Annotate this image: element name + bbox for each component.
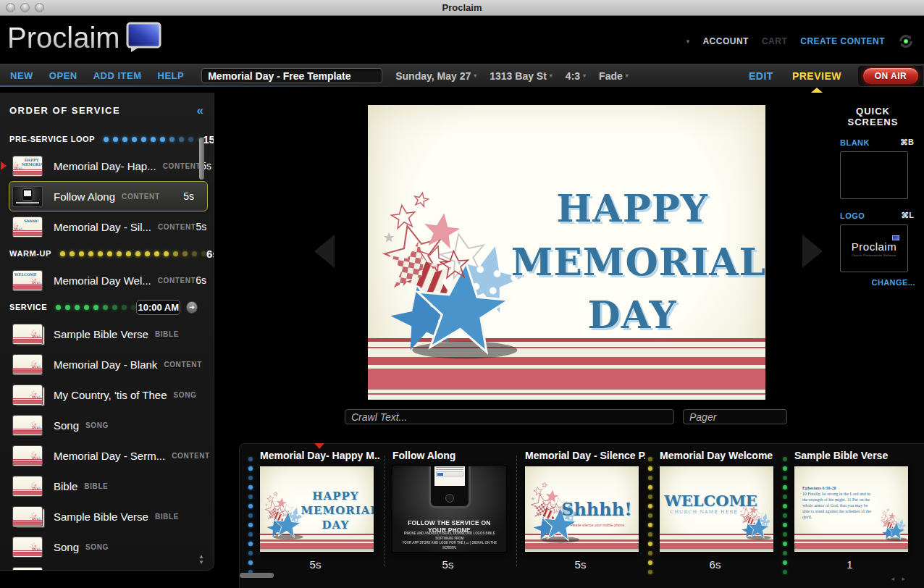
service-item-my-country[interactable]: My Country, 'tis of Thee SONG <box>9 379 208 410</box>
filmstrip-slide-memorial-day-welcome[interactable]: Memorial Day Welcome WELCOME CHURCH NAME… <box>658 448 780 588</box>
filmstrip-thumbnail[interactable]: FOLLOW THE SERVICE ON YOUR PHONE IPHONE … <box>392 466 506 552</box>
item-title: Memorial Day Wel... <box>54 274 151 287</box>
monitor-icon <box>125 21 164 53</box>
filmstrip-thumbnail[interactable]: WELCOME CHURCH NAME HERE <box>660 466 773 552</box>
filmstrip-next-icon[interactable]: ▸ <box>902 575 908 582</box>
filmstrip-nav-arrows[interactable]: ◂ ▸ <box>891 575 908 582</box>
service-item-memorial-day-sermon[interactable]: Memorial Day - Serm... CONTENT <box>9 440 208 471</box>
loop-progress-dots <box>60 251 206 256</box>
filmstrip-slide-duration: 5s <box>391 558 505 571</box>
item-type-badge: CONTENT <box>122 193 160 201</box>
collapse-panel-icon[interactable]: « <box>197 104 203 117</box>
filmstrip-separator <box>384 455 385 566</box>
change-logo-link[interactable]: CHANGE... <box>829 278 915 287</box>
slide-headline: Shhhh! <box>557 499 637 520</box>
aspect-ratio-dropdown[interactable]: 4:3 ▾ <box>566 70 586 82</box>
service-item-follow-along[interactable]: Follow Along CONTENT 5s <box>9 181 208 211</box>
filmstrip-slide-duration: 5s <box>524 558 637 571</box>
preview-tab-label: PREVIEW <box>792 70 841 82</box>
go-to-service-button[interactable]: ➜ <box>186 301 198 314</box>
live-item-marker-icon <box>1 161 7 170</box>
window-zoom-button[interactable] <box>35 3 44 12</box>
sidebar-scroll-steppers[interactable]: ▲ ▼ <box>198 554 204 566</box>
sync-status-icon[interactable] <box>898 33 914 49</box>
transition-dropdown[interactable]: Fade ▾ <box>599 70 629 82</box>
app-header: Proclaim ▾ ACCOUNT CART CREATE CONTENT <box>0 16 924 64</box>
venue-dropdown[interactable]: 1313 Bay St ▾ <box>490 70 553 82</box>
item-thumbnail <box>13 446 42 466</box>
thumb-text: Shhhh! <box>22 219 41 223</box>
main-toolbar: NEW OPEN ADD ITEM HELP Sunday, May 27 ▾ … <box>0 64 924 87</box>
service-item-song-1[interactable]: Song SONG <box>9 410 208 440</box>
sidebar-scrollbar-thumb[interactable] <box>199 138 204 180</box>
cart-link[interactable]: CART <box>762 36 787 46</box>
item-title: Bible <box>54 480 77 492</box>
filmstrip-slide-duration: 6s <box>658 558 772 571</box>
logo-screen-label[interactable]: LOGO <box>840 211 865 220</box>
filmstrip-slide-memorial-day-happy[interactable]: Memorial Day- Happy M... HAPPY MEMORIAL … <box>259 448 380 588</box>
live-slide-marker-icon <box>314 443 324 449</box>
item-thumbnail <box>13 476 42 496</box>
crawl-text-input[interactable] <box>345 409 674 424</box>
order-of-service-title: ORDER OF SERVICE <box>9 105 120 116</box>
item-thumbnail <box>13 385 42 405</box>
service-item-sample-bible-verse-2[interactable]: Sample Bible Verse BIBLE <box>9 501 208 532</box>
presentation-title-input[interactable] <box>201 68 382 83</box>
pager-input[interactable] <box>683 409 787 424</box>
item-thumbnail: Shhhh! <box>13 217 42 237</box>
item-thumbnail <box>13 507 42 526</box>
blank-screen-thumbnail[interactable] <box>840 151 908 199</box>
account-link[interactable]: ACCOUNT <box>702 36 749 46</box>
logo-screen-thumbnail[interactable]: Proclaim Church Presentation Software <box>840 224 908 272</box>
item-title: Memorial Day - Sil... <box>54 221 151 233</box>
slide-subtext: IPHONE AND ANDROID USERS, DOWNLOAD LOGOS… <box>398 532 501 552</box>
logo-chip-icon <box>892 235 899 240</box>
phone-art <box>429 466 471 508</box>
item-type-badge: CONTENT <box>158 277 196 285</box>
filmstrip-slide-memorial-day-silence[interactable]: Memorial Day - Silence P... Shhhh! Pleas… <box>524 448 645 588</box>
item-type-badge: BIBLE <box>155 513 179 521</box>
service-item-memorial-day-happy[interactable]: HAPPYMEMORIAL Memorial Day- Hap... CONTE… <box>9 151 208 181</box>
item-thumbnail <box>13 324 42 344</box>
previous-slide-button[interactable] <box>314 235 335 268</box>
filmstrip-prev-icon[interactable]: ◂ <box>891 575 897 582</box>
service-item-sample-bible-verse[interactable]: Sample Bible Verse BIBLE <box>9 319 208 349</box>
window-close-button[interactable] <box>6 3 15 12</box>
service-item-partial[interactable] <box>9 562 208 571</box>
service-item-memorial-day-blank[interactable]: Memorial Day - Blank CONTENT <box>9 349 208 379</box>
filmstrip-slide-sample-bible-verse[interactable]: Sample Bible Verse Ephesians 6:10-20 10 … <box>793 448 915 588</box>
open-button[interactable]: OPEN <box>49 70 77 81</box>
on-air-button[interactable]: ON AIR <box>862 67 919 85</box>
edit-tab[interactable]: EDIT <box>749 70 773 82</box>
item-duration: 5s <box>196 221 214 232</box>
filmstrip-slide-duration: 5s <box>259 558 372 571</box>
section-label: PRE-SERVICE LOOP <box>9 135 95 143</box>
filmstrip-scrollbar-thumb[interactable] <box>240 573 274 578</box>
next-slide-button[interactable] <box>802 235 823 268</box>
section-pre-service-loop: PRE-SERVICE LOOP 15s <box>0 127 214 151</box>
filmstrip-thumbnail[interactable]: HAPPY MEMORIAL DAY <box>260 466 374 552</box>
account-menu-caret-icon[interactable]: ▾ <box>686 38 690 45</box>
date-dropdown[interactable]: Sunday, May 27 ▾ <box>395 70 476 82</box>
preview-tab[interactable]: PREVIEW <box>792 70 841 82</box>
scroll-down-icon[interactable]: ▼ <box>198 560 204 566</box>
blank-screen-label[interactable]: BLANK <box>840 138 870 147</box>
filmstrip-slide-follow-along[interactable]: Follow Along FOLLOW THE SERVICE ON YOUR … <box>391 448 513 588</box>
service-item-song-2[interactable]: Song SONG <box>9 532 208 562</box>
filmstrip-thumbnail[interactable]: Shhhh! Please silence your mobile phone. <box>525 466 639 552</box>
service-item-bible[interactable]: Bible BIBLE <box>9 471 208 501</box>
slide-headline: HAPPY MEMORIAL DAY <box>511 182 754 342</box>
service-item-memorial-day-silence[interactable]: Shhhh! Memorial Day - Sil... CONTENT 5s <box>9 211 208 242</box>
add-item-button[interactable]: ADD ITEM <box>93 70 142 81</box>
service-item-memorial-day-welcome[interactable]: WELCOME Memorial Day Wel... CONTENT 6s <box>9 265 208 295</box>
item-thumbnail: WELCOME <box>13 271 42 290</box>
window-minimize-button[interactable] <box>20 3 30 12</box>
filmstrip-thumbnail[interactable]: Ephesians 6:10-20 10 Finally, be strong … <box>794 466 908 552</box>
item-thumbnail <box>13 568 42 571</box>
create-content-link[interactable]: CREATE CONTENT <box>800 36 885 46</box>
service-time-field[interactable]: 10:00 AM <box>136 300 180 315</box>
item-title: Memorial Day - Blank <box>54 358 157 371</box>
loop-progress-dots <box>56 305 136 310</box>
help-button[interactable]: HELP <box>158 70 185 81</box>
new-button[interactable]: NEW <box>10 70 33 81</box>
